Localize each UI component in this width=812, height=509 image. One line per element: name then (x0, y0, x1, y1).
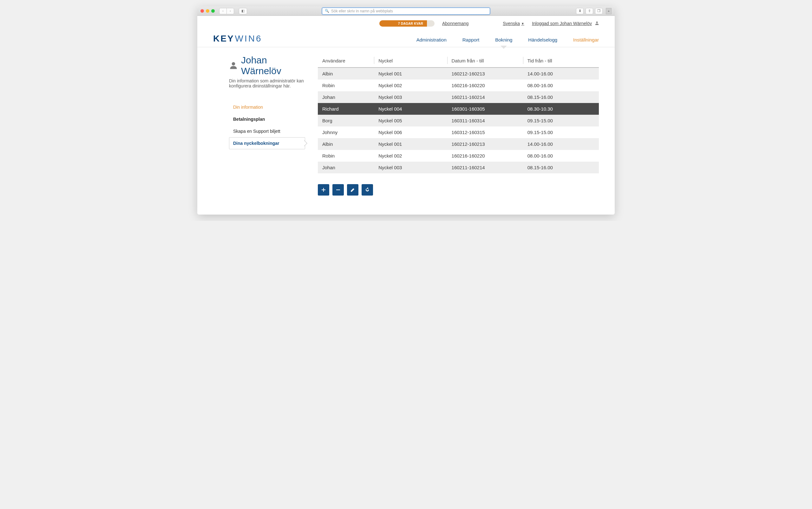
cell-date: 160311-160314 (447, 115, 523, 127)
refresh-button[interactable] (362, 184, 373, 196)
cell-key: Nyckel 006 (374, 127, 447, 138)
table-row[interactable]: JohanNyckel 003160211-16021408.15-16.00 (318, 91, 599, 103)
svg-rect-3 (322, 190, 325, 190)
nav-item-administration[interactable]: Administration (416, 37, 447, 42)
cell-time: 08.00-16.00 (523, 79, 599, 91)
cell-time: 14.00-16.00 (523, 68, 599, 79)
cell-time: 14.00-16.00 (523, 138, 599, 150)
traffic-lights (200, 9, 215, 13)
browser-chrome: ‹ › ◧ 🔍 Sök eller skriv in namn på webbp… (197, 6, 615, 16)
col-header-key[interactable]: Nyckel (374, 55, 447, 68)
cell-key: Nyckel 002 (374, 79, 447, 91)
table-row[interactable]: JohanNyckel 003160211-16021408.15-16.00 (318, 162, 599, 173)
sidebar-item-0[interactable]: Din information (229, 101, 305, 113)
page-title: Johan Wärnelöv (241, 55, 305, 76)
nav-item-rapport[interactable]: Rapport (463, 37, 479, 42)
user-icon (229, 61, 238, 71)
table-row[interactable]: JohnnyNyckel 006160312-16031509.15-15.00 (318, 127, 599, 138)
cell-key: Nyckel 003 (374, 162, 447, 173)
tabs-icon: ❐ (597, 9, 600, 13)
table-row[interactable]: AlbinNyckel 001160212-16021314.00-16.00 (318, 68, 599, 79)
plus-icon (321, 187, 326, 192)
sidebar-item-2[interactable]: Skapa en Support biljett (229, 125, 305, 137)
cell-time: 08.30-10.30 (523, 103, 599, 115)
col-header-user[interactable]: Användare (318, 55, 374, 68)
sidebar-item-3[interactable]: Dina nyckelbokningar (229, 137, 305, 149)
url-placeholder: Sök eller skriv in namn på webbplats (331, 9, 393, 13)
sidebar-toggle-button[interactable]: ◧ (239, 8, 247, 14)
cell-user: Robin (318, 79, 374, 91)
nav-item-händelselogg[interactable]: Händelselogg (528, 37, 557, 42)
cell-user: Johnny (318, 127, 374, 138)
table-header-row: Användare Nyckel Datum från - till Tid f… (318, 55, 599, 68)
add-button[interactable] (318, 184, 329, 196)
pencil-icon (350, 187, 355, 192)
cell-user: Robin (318, 150, 374, 162)
new-tab-button[interactable]: + (606, 8, 612, 14)
close-window-icon[interactable] (200, 9, 204, 13)
cell-date: 160301-160305 (447, 103, 523, 115)
top-bar: 7 DAGAR KVAR Abonnemang Svenska ▼ Inlogg… (197, 16, 615, 28)
cell-key: Nyckel 003 (374, 91, 447, 103)
table-row[interactable]: AlbinNyckel 001160212-16021314.00-16.00 (318, 138, 599, 150)
cell-time: 09.15-15.00 (523, 115, 599, 127)
subscription-link[interactable]: Abonnemang (442, 21, 468, 26)
table-actions (318, 184, 599, 196)
refresh-icon (365, 187, 370, 192)
download-icon: ⬇ (579, 9, 582, 13)
col-header-time[interactable]: Tid från - till (523, 55, 599, 68)
trial-pill: 7 DAGAR KVAR (379, 20, 435, 27)
minimize-window-icon[interactable] (206, 9, 209, 13)
logged-in-user[interactable]: Inloggad som Johan Wärnelöv (532, 21, 599, 27)
cell-user: Albin (318, 68, 374, 79)
remove-button[interactable] (333, 184, 344, 196)
plus-icon: + (608, 9, 610, 13)
nav-item-inställningar[interactable]: Inställningar (573, 37, 599, 42)
cell-date: 160216-160220 (447, 150, 523, 162)
sidebar-item-1[interactable]: Betalningsplan (229, 113, 305, 125)
search-icon: 🔍 (325, 9, 329, 13)
cell-time: 08.00-16.00 (523, 150, 599, 162)
language-selector[interactable]: Svenska ▼ (503, 21, 524, 26)
cell-key: Nyckel 004 (374, 103, 447, 115)
share-button[interactable]: ⇧ (586, 8, 593, 14)
header: KEYWIN6 AdministrationRapportBokningHänd… (197, 28, 615, 47)
downloads-button[interactable]: ⬇ (576, 8, 584, 14)
cell-user: Johan (318, 162, 374, 173)
bookings-table: Användare Nyckel Datum från - till Tid f… (318, 55, 599, 173)
cell-date: 160211-160214 (447, 162, 523, 173)
share-icon: ⇧ (588, 9, 591, 13)
nav-item-bokning[interactable]: Bokning (495, 37, 512, 42)
cell-user: Johan (318, 91, 374, 103)
logged-in-label: Inloggad som Johan Wärnelöv (532, 21, 592, 26)
table-row[interactable]: RobinNyckel 002160216-16022008.00-16.00 (318, 79, 599, 91)
cell-user: Albin (318, 138, 374, 150)
cell-time: 08.15-16.00 (523, 91, 599, 103)
chevron-right-icon: › (230, 9, 230, 13)
edit-button[interactable] (347, 184, 358, 196)
user-icon (594, 21, 599, 27)
logo: KEYWIN6 (213, 34, 262, 44)
cell-date: 160212-160213 (447, 138, 523, 150)
logo-strong: KEY (213, 34, 235, 44)
cell-user: Borg (318, 115, 374, 127)
cell-key: Nyckel 005 (374, 115, 447, 127)
maximize-window-icon[interactable] (211, 9, 215, 13)
back-button[interactable]: ‹ (219, 8, 227, 14)
url-bar[interactable]: 🔍 Sök eller skriv in namn på webbplats (322, 8, 490, 14)
cell-time: 08.15-16.00 (523, 162, 599, 173)
svg-rect-4 (336, 190, 340, 190)
cell-date: 160216-160220 (447, 79, 523, 91)
cell-date: 160211-160214 (447, 91, 523, 103)
cell-key: Nyckel 002 (374, 150, 447, 162)
page-subtitle: Din information som administratör kan ko… (229, 78, 305, 89)
col-header-date[interactable]: Datum från - till (447, 55, 523, 68)
nav-back-forward: ‹ › (219, 8, 234, 14)
minus-icon (336, 187, 341, 192)
table-row[interactable]: RichardNyckel 004160301-16030508.30-10.3… (318, 103, 599, 115)
tabs-button[interactable]: ❐ (595, 8, 603, 14)
table-row[interactable]: BorgNyckel 005160311-16031409.15-15.00 (318, 115, 599, 127)
svg-point-0 (596, 21, 598, 23)
forward-button[interactable]: › (226, 8, 234, 14)
table-row[interactable]: RobinNyckel 002160216-16022008.00-16.00 (318, 150, 599, 162)
